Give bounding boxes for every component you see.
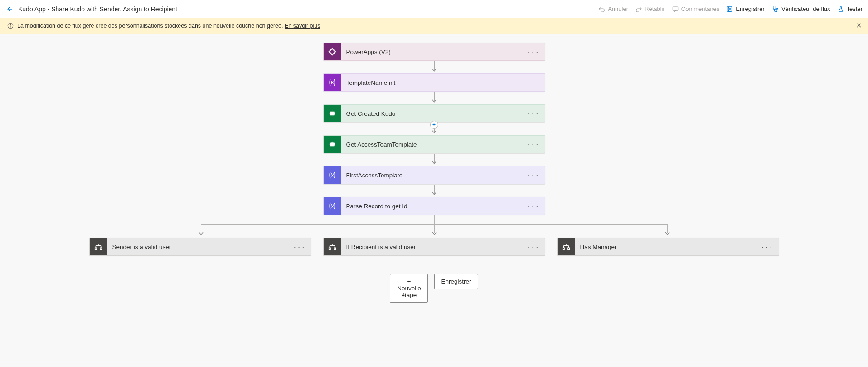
step-variable[interactable]: TemplateNameInit · · ·	[323, 73, 545, 92]
step-menu-button[interactable]: · · ·	[521, 203, 544, 210]
svg-point-3	[776, 8, 778, 10]
connector-arrow-with-add[interactable]: +	[432, 122, 437, 135]
dataverse-icon	[324, 136, 341, 153]
variable-icon	[324, 74, 341, 91]
svg-rect-10	[563, 248, 564, 249]
footer-save-button[interactable]: Enregistrer	[434, 274, 478, 289]
step-menu-button[interactable]: · · ·	[521, 244, 544, 250]
step-label: Get AccessTeamTemplate	[341, 141, 522, 148]
stethoscope-icon	[772, 5, 779, 12]
step-label: FirstAccessTemplate	[341, 172, 522, 179]
top-bar-left: Kudo App - Share Kudo with Sender, Assig…	[5, 5, 177, 13]
svg-rect-0	[673, 7, 678, 10]
page-title: Kudo App - Share Kudo with Sender, Assig…	[18, 5, 177, 13]
step-menu-button[interactable]: · · ·	[521, 79, 544, 86]
connector-arrow[interactable]	[432, 61, 437, 73]
comments-label: Commentaires	[681, 5, 720, 12]
test-label: Tester	[847, 5, 863, 12]
redo-button[interactable]: Rétablir	[635, 5, 665, 12]
powerapps-icon	[324, 43, 341, 60]
svg-point-5	[10, 24, 10, 25]
connector-arrow[interactable]	[432, 184, 437, 197]
branch-label: If Recipient is a valid user	[341, 244, 522, 250]
svg-rect-8	[329, 248, 330, 249]
warning-banner: La modification de ce flux géré crée des…	[0, 18, 868, 34]
add-step-button[interactable]: +	[430, 121, 438, 129]
step-compose-parse-record[interactable]: Parse Record to get Id · · ·	[323, 197, 545, 215]
redo-label: Rétablir	[645, 5, 665, 12]
flow-checker-button[interactable]: Vérificateur de flux	[772, 5, 830, 12]
step-label: PowerApps (V2)	[341, 49, 522, 55]
top-bar: Kudo App - Share Kudo with Sender, Assig…	[0, 0, 868, 18]
flow-canvas[interactable]: PowerApps (V2) · · · TemplateNameInit · …	[0, 34, 868, 321]
branch-recipient-valid[interactable]: If Recipient is a valid user · · ·	[323, 238, 545, 256]
undo-label: Annuler	[608, 5, 628, 12]
svg-rect-9	[334, 248, 335, 249]
condition-icon	[324, 238, 341, 255]
close-icon	[856, 23, 862, 28]
banner-learn-more-link[interactable]: En savoir plus	[285, 23, 320, 29]
step-menu-button[interactable]: · · ·	[755, 244, 778, 250]
redo-icon	[635, 6, 642, 12]
flow-checker-label: Vérificateur de flux	[781, 5, 830, 12]
dataverse-icon	[324, 105, 341, 122]
step-menu-button[interactable]: · · ·	[521, 49, 544, 55]
compose-icon	[324, 166, 341, 184]
new-step-button[interactable]: + Nouvelle étape	[390, 274, 428, 303]
step-dataverse-get-kudo[interactable]: Get Created Kudo · · ·	[323, 104, 545, 122]
svg-rect-11	[567, 248, 569, 249]
step-menu-button[interactable]: · · ·	[521, 110, 544, 117]
svg-rect-7	[100, 248, 101, 249]
back-arrow-icon[interactable]	[5, 5, 13, 13]
info-icon	[7, 23, 14, 29]
save-button[interactable]: Enregistrer	[727, 5, 765, 12]
top-bar-right: Annuler Rétablir Commentaires Enregistre…	[599, 5, 863, 12]
save-label: Enregistrer	[736, 5, 765, 12]
svg-rect-1	[727, 6, 732, 11]
banner-text: La modification de ce flux géré crée des…	[17, 23, 320, 29]
branch-has-manager[interactable]: Has Manager · · ·	[557, 238, 779, 256]
compose-icon	[324, 197, 341, 215]
footer-actions: + Nouvelle étape Enregistrer	[390, 274, 478, 303]
svg-rect-2	[729, 9, 731, 11]
step-label: TemplateNameInit	[341, 79, 522, 86]
step-label: Get Created Kudo	[341, 110, 522, 117]
branch-connector	[0, 215, 868, 238]
branch-label: Sender is a valid user	[107, 244, 288, 250]
comments-button[interactable]: Commentaires	[672, 5, 720, 12]
undo-icon	[599, 6, 605, 12]
step-menu-button[interactable]: · · ·	[521, 141, 544, 148]
condition-icon	[90, 238, 107, 255]
banner-close-button[interactable]	[856, 23, 862, 29]
save-icon	[727, 6, 733, 12]
svg-rect-6	[95, 248, 96, 249]
connector-arrow[interactable]	[432, 153, 437, 166]
step-menu-button[interactable]: · · ·	[521, 172, 544, 179]
step-menu-button[interactable]: · · ·	[287, 244, 310, 250]
step-dataverse-get-template[interactable]: Get AccessTeamTemplate · · ·	[323, 135, 545, 153]
step-powerapps[interactable]: PowerApps (V2) · · ·	[323, 43, 545, 61]
undo-button[interactable]: Annuler	[599, 5, 628, 12]
branch-label: Has Manager	[575, 244, 756, 250]
branch-sender-valid[interactable]: Sender is a valid user · · ·	[89, 238, 311, 256]
branch-row: Sender is a valid user · · · If Recipien…	[80, 238, 788, 256]
beaker-icon	[838, 6, 844, 12]
banner-message: La modification de ce flux géré crée des…	[17, 23, 283, 29]
comment-icon	[672, 6, 679, 12]
step-label: Parse Record to get Id	[341, 203, 522, 210]
connector-arrow[interactable]	[432, 92, 437, 104]
condition-icon	[558, 238, 575, 255]
test-button[interactable]: Tester	[838, 5, 863, 12]
step-compose-first-template[interactable]: FirstAccessTemplate · · ·	[323, 166, 545, 184]
